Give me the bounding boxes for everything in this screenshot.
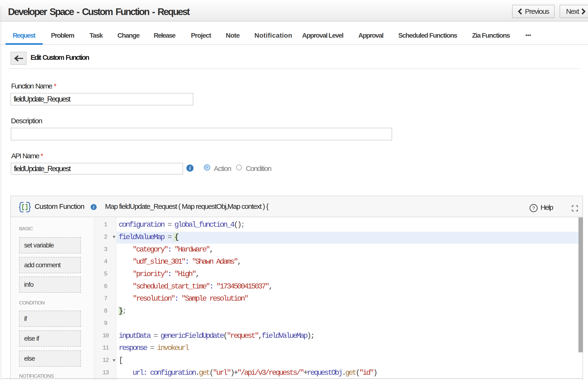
svg-text:?: ? [532, 206, 535, 211]
